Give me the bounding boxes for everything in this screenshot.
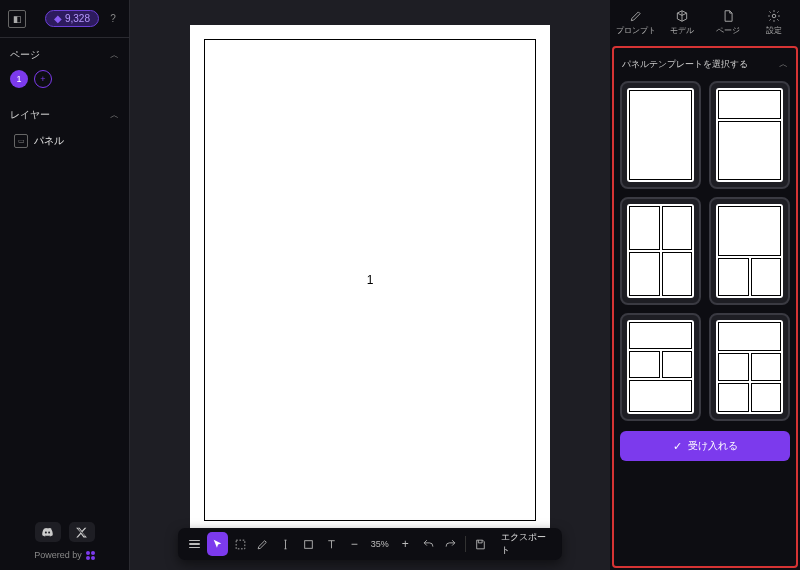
left-topbar: ◧ ◆ 9,328 ?	[0, 0, 129, 38]
menu-icon[interactable]	[184, 532, 205, 556]
x-twitter-icon[interactable]	[69, 522, 95, 542]
gem-icon: ◆	[54, 13, 62, 24]
marquee-tool[interactable]	[230, 532, 251, 556]
help-icon[interactable]: ?	[105, 11, 121, 27]
chevron-up-icon: ︿	[110, 49, 119, 62]
discord-icon[interactable]	[35, 522, 61, 542]
chevron-up-icon: ︿	[110, 109, 119, 122]
tab-settings[interactable]: 設定	[752, 4, 796, 40]
chevron-up-icon: ︿	[779, 58, 788, 71]
export-button[interactable]: エクスポート	[493, 531, 556, 557]
gem-balance-pill[interactable]: ◆ 9,328	[45, 10, 99, 27]
check-icon: ✓	[673, 440, 682, 453]
zoom-level[interactable]: 35%	[367, 539, 393, 549]
select-tool[interactable]	[207, 532, 228, 556]
svg-point-2	[772, 14, 776, 18]
template-2-two-row[interactable]	[709, 81, 790, 189]
save-icon[interactable]	[470, 532, 491, 556]
canvas-area: 1 − 35% + エクスポート	[130, 0, 610, 570]
text-cursor-tool[interactable]	[275, 532, 296, 556]
collapse-sidebar-icon[interactable]: ◧	[8, 10, 26, 28]
right-panel: プロンプト モデル ページ 設定 パネルテンプレートを選択する ︿ ✓ 受け入れ…	[610, 0, 800, 570]
template-6-mixed-b[interactable]	[709, 313, 790, 421]
template-5-mixed-a[interactable]	[620, 313, 701, 421]
brand-dots-icon	[86, 551, 95, 560]
layers-label: レイヤー	[10, 108, 50, 122]
template-section-header[interactable]: パネルテンプレートを選択する ︿	[620, 54, 790, 75]
undo-button[interactable]	[418, 532, 439, 556]
canvas-page-number: 1	[367, 273, 374, 287]
accept-label: 受け入れる	[688, 439, 738, 453]
template-header-label: パネルテンプレートを選択する	[622, 58, 748, 71]
tab-prompt[interactable]: プロンプト	[614, 4, 658, 40]
svg-rect-1	[305, 540, 313, 548]
pages-section-header[interactable]: ページ ︿	[10, 48, 119, 62]
template-grid	[620, 81, 790, 421]
pen-tool[interactable]	[253, 532, 274, 556]
template-panel-highlight: パネルテンプレートを選択する ︿ ✓ 受け入れる	[612, 46, 798, 568]
tab-model[interactable]: モデル	[660, 4, 704, 40]
layer-item-panel[interactable]: ▭ パネル	[10, 130, 119, 152]
tab-page[interactable]: ページ	[706, 4, 750, 40]
redo-button[interactable]	[440, 532, 461, 556]
right-tabs: プロンプト モデル ページ 設定	[610, 0, 800, 44]
template-1-single[interactable]	[620, 81, 701, 189]
page-canvas[interactable]: 1	[190, 25, 550, 535]
pages-label: ページ	[10, 48, 40, 62]
powered-by: Powered by	[10, 550, 119, 560]
shape-tool[interactable]	[298, 532, 319, 556]
template-4-top-wide[interactable]	[709, 197, 790, 305]
bottom-toolbar: − 35% + エクスポート	[178, 528, 562, 560]
layer-name: パネル	[34, 134, 64, 148]
toolbar-divider	[465, 536, 466, 552]
zoom-in-button[interactable]: +	[395, 532, 416, 556]
accept-button[interactable]: ✓ 受け入れる	[620, 431, 790, 461]
gem-count: 9,328	[65, 13, 90, 24]
svg-rect-0	[236, 540, 245, 549]
template-3-four-grid[interactable]	[620, 197, 701, 305]
add-page-button[interactable]: +	[34, 70, 52, 88]
panel-layer-icon: ▭	[14, 134, 28, 148]
zoom-out-button[interactable]: −	[344, 532, 365, 556]
layers-section-header[interactable]: レイヤー ︿	[10, 108, 119, 122]
page-chip-1[interactable]: 1	[10, 70, 28, 88]
left-sidebar: ◧ ◆ 9,328 ? ページ ︿ 1 + レイヤー ︿ ▭	[0, 0, 130, 570]
text-tool[interactable]	[321, 532, 342, 556]
